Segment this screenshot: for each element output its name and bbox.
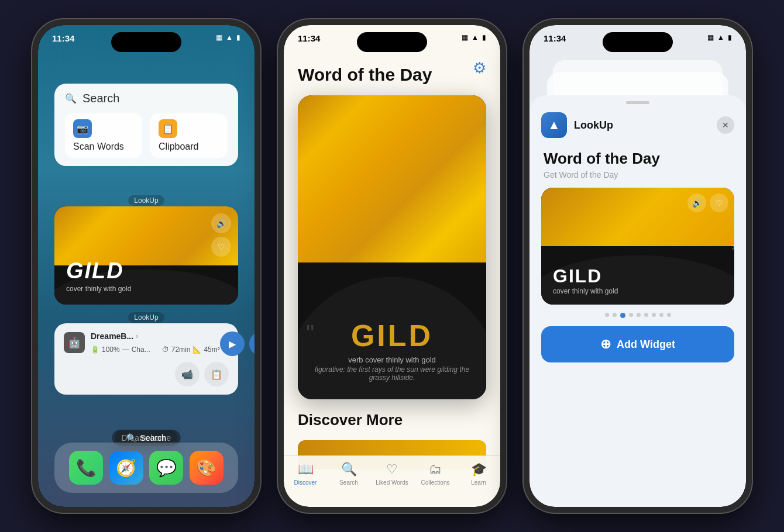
battery-icon: ▮ [236,33,240,42]
scan-words-label: Scan Words [73,141,124,152]
dreame-control-btns: ▶ ⚡ [220,331,255,356]
gild-type-2: verb cover thinly with gold [298,355,486,364]
pagination-dots [529,313,746,318]
camera-btn[interactable]: 📹 [175,362,200,386]
dreame-widget[interactable]: 🤖 DreameB... › 🔋 100% — Cha... ⏱ 72min 📐… [54,323,238,395]
dot-2-active [620,313,625,318]
close-btn[interactable]: ✕ [717,116,734,134]
search-placeholder: Search [82,92,119,105]
right-overflow-indicator: › [731,240,734,253]
mini-speaker-btn[interactable]: 🔊 [687,194,706,212]
dot-6 [652,313,656,317]
dynamic-island-2 [357,32,427,52]
gild-text-1: GILD cover thinly with gold [66,258,131,293]
lookup-app-icon: ▲ [541,112,567,138]
menu-btn[interactable]: 📋 [204,362,229,386]
heart-btn-1[interactable]: ♡ [211,237,231,257]
gild-word-2: GILD [298,318,486,353]
discover-more-title: Discover More [298,411,403,429]
card-text-2: GILD verb cover thinly with gold [298,318,486,364]
mini-gild-word: GILD [553,265,618,287]
speaker-btn-1[interactable]: 🔊 [211,213,231,233]
dynamic-island-3 [603,32,673,52]
sheet-subtitle: Get Word of the Day [529,170,746,188]
gild-quote: figurative: the first rays of the sun we… [310,365,474,382]
quote-mark: " [306,320,314,347]
tab-discover[interactable]: 📖 Discover [284,462,327,486]
phone-3: 11:34 ▦ ▲ ▮ ▲ LookUp ✕ [524,19,752,513]
clipboard-icon: 📋 [159,119,177,138]
dot-1 [613,313,617,317]
gold-top-2 [298,95,486,262]
dreame-stats: 🔋 100% — Cha... ⏱ 72min 📐 45m² [91,346,220,354]
signal-icon: ▦ [216,33,222,42]
mini-heart-btn[interactable]: ♡ [710,194,728,212]
app-name: LookUp [574,119,613,132]
chevron-icon: › [136,332,138,340]
dreame-btns-row2: 📹 📋 [64,362,229,386]
gear-btn[interactable]: ⚙ [473,59,486,77]
gild-card-1[interactable]: GILD cover thinly with gold 🔊 ♡ [54,206,238,305]
wifi-icon: ▲ [226,33,233,42]
phone-1: 11:34 ▦ ▲ ▮ 🔍 Search 📷 Scan Words [32,19,260,513]
dot-8 [667,313,671,317]
gild-word-1: GILD [66,258,131,284]
gild-card-2[interactable]: GILD verb cover thinly with gold " figur… [298,95,486,399]
tab-search[interactable]: 🔍 Search [327,462,370,486]
lookup-label-2: LookUp [128,312,164,323]
status-time-1: 11:34 [52,33,74,43]
search-tab-label: Search [339,479,358,486]
status-icons-3: ▦ ▲ ▮ [707,33,732,42]
collections-tab-icon: 🗂 [429,462,442,477]
lookup-header-2: LookUp [54,312,238,322]
gild-btns-1: 🔊 ♡ [211,213,231,257]
wifi-icon-2: ▲ [472,33,479,42]
search-tab-icon: 🔍 [341,462,357,477]
search-dock-label: Search [140,433,166,443]
flash-btn[interactable]: ⚡ [249,331,255,356]
phone-app[interactable]: 📞 [69,451,103,485]
safari-app[interactable]: 🧭 [109,451,143,485]
lookup-header-1: LookUp [54,195,238,205]
signal-icon-3: ▦ [707,33,714,42]
mini-card-btns: 🔊 ♡ [687,194,728,212]
dot-3 [629,313,633,317]
search-dock-icon: 🔍 [126,433,136,443]
mini-gild-card[interactable]: GILD cover thinly with gold 🔊 ♡ › [541,188,734,305]
add-widget-btn[interactable]: ⊕ Add Widget [541,326,734,362]
battery-icon-3: ▮ [728,33,732,42]
status-time-3: 11:34 [544,33,566,43]
time-stat: ⏱ 72min 📐 45m² [162,346,220,354]
apps-grid[interactable]: 🎨 [190,451,223,485]
sheet-title: Word of the Day [529,144,746,170]
dynamic-island-1 [111,32,181,52]
dreame-name: DreameB... [91,331,133,341]
battery-stat: 🔋 100% — Cha... [91,346,150,354]
app-dock: 📞 🧭 💬 🎨 [54,443,238,493]
clipboard-btn[interactable]: 📋 Clipboard [150,113,228,158]
dreame-header-left: 🤖 DreameB... › 🔋 100% — Cha... ⏱ 72min 📐… [64,331,220,354]
search-widget[interactable]: 🔍 Search 📷 Scan Words 📋 Clipboard [54,84,238,166]
scan-icon: 📷 [73,119,92,138]
bottom-sheet: ▲ LookUp ✕ Word of the Day Get Word of t… [529,95,746,507]
gold-bg-1 [54,206,238,265]
mini-card-text: GILD cover thinly with gold [553,265,618,295]
plus-icon: ⊕ [600,337,611,352]
dreame-device-icon: 🤖 [64,332,85,353]
dot-4 [637,313,641,317]
liked-tab-label: Liked Words [376,479,408,486]
dot-0 [605,313,609,317]
play-btn[interactable]: ▶ [220,331,245,356]
status-time-2: 11:34 [298,33,320,43]
messages-app[interactable]: 💬 [149,451,183,485]
learn-tab-label: Learn [471,479,486,486]
tab-learn[interactable]: 🎓 Learn [457,462,500,486]
discover-tab-label: Discover [294,479,317,486]
status-icons-2: ▦ ▲ ▮ [462,33,486,42]
page-title-2: Word of the Day [298,65,432,85]
scan-words-btn[interactable]: 📷 Scan Words [65,113,142,158]
tab-liked[interactable]: ♡ Liked Words [370,462,414,486]
wifi-icon-3: ▲ [717,33,724,42]
tab-collections[interactable]: 🗂 Collections [414,462,457,486]
discover-tab-icon: 📖 [298,462,314,477]
